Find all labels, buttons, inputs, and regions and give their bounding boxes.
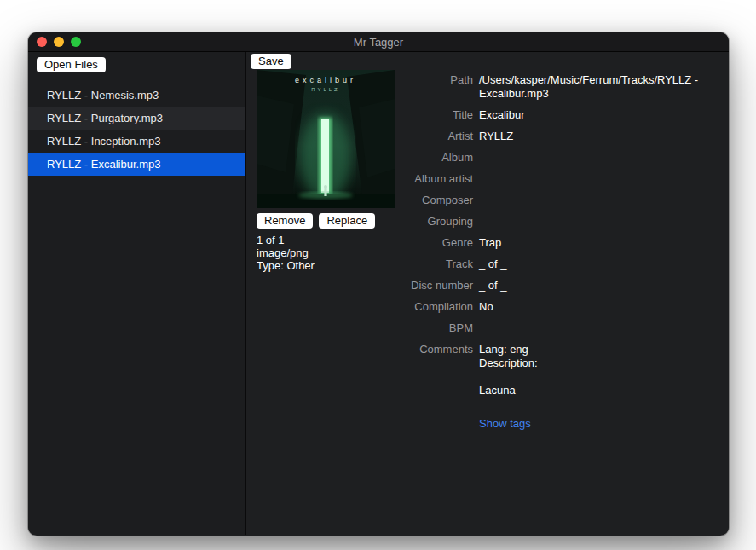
field-label: BPM [403, 321, 473, 335]
field-value-title[interactable]: Excalibur [479, 108, 729, 122]
sidebar: Open Files RYLLZ - Nemesis.mp3 RYLLZ - P… [28, 52, 246, 535]
field-value-genre[interactable]: Trap [479, 236, 729, 250]
field-label: Composer [403, 194, 473, 207]
field-label: Path [403, 73, 473, 87]
file-list-item-selected[interactable]: RYLLZ - Excalibur.mp3 [28, 153, 245, 176]
field-label: Title [403, 108, 473, 122]
field-row-album-artist: Album artist [403, 172, 729, 186]
artwork-subtitle-text: RYLLZ [257, 87, 395, 92]
field-row-artist: Artist RYLLZ [403, 130, 729, 143]
field-row-composer: Composer [403, 194, 729, 207]
remove-artwork-button[interactable]: Remove [257, 213, 313, 229]
field-row-genre: Genre Trap [403, 236, 729, 250]
field-row-title: Title Excalibur [403, 108, 729, 122]
app-window: Mr Tagger Open Files RYLLZ - Nemesis.mp3… [28, 32, 729, 536]
field-row-comments: Comments Lang: eng Description: Lacuna [403, 343, 729, 397]
open-files-button[interactable]: Open Files [37, 57, 106, 72]
artwork-mime-type: image/png [257, 246, 403, 259]
field-value-track[interactable]: _ of _ [479, 258, 729, 271]
file-list-item[interactable]: RYLLZ - Inception.mp3 [28, 130, 245, 153]
artwork-meta: 1 of 1 image/png Type: Other [257, 234, 403, 272]
field-label: Track [403, 258, 473, 271]
close-window-button[interactable] [37, 37, 47, 47]
main-panel: Save [246, 52, 729, 535]
save-button[interactable]: Save [251, 54, 291, 69]
file-list-item[interactable]: RYLLZ - Nemesis.mp3 [28, 84, 245, 107]
field-label: Genre [403, 236, 473, 250]
show-tags-link[interactable]: Show tags [479, 417, 531, 430]
traffic-lights [37, 32, 81, 51]
field-label: Grouping [403, 215, 473, 229]
field-label: Compilation [403, 300, 473, 314]
field-label: Album artist [403, 172, 473, 186]
field-label: Comments [403, 343, 473, 356]
field-value-artist[interactable]: RYLLZ [479, 130, 729, 143]
artwork-index: 1 of 1 [257, 234, 403, 246]
window-title: Mr Tagger [354, 36, 403, 49]
field-label: Artist [403, 130, 473, 143]
field-value-disc-number[interactable]: _ of _ [479, 279, 729, 292]
zoom-window-button[interactable] [71, 37, 81, 47]
field-row-album: Album [403, 151, 729, 165]
field-row-disc-number: Disc number _ of _ [403, 279, 729, 292]
file-list-item[interactable]: RYLLZ - Purgatory.mp3 [28, 107, 245, 130]
field-label: Album [403, 151, 473, 165]
field-row-bpm: BPM [403, 321, 729, 335]
artwork-column: excalibur RYLLZ Remove Replace 1 of 1 im… [257, 70, 403, 535]
field-value-compilation[interactable]: No [479, 300, 729, 314]
field-label: Disc number [403, 279, 473, 292]
field-value-comments[interactable]: Lang: eng Description: Lacuna [479, 343, 729, 397]
file-list: RYLLZ - Nemesis.mp3 RYLLZ - Purgatory.mp… [28, 84, 245, 176]
tag-form: Path /Users/kasper/Music/Ferrum/Tracks/R… [403, 70, 729, 535]
titlebar: Mr Tagger [28, 32, 729, 52]
field-row-track: Track _ of _ [403, 258, 729, 271]
minimize-window-button[interactable] [54, 37, 64, 47]
field-row-grouping: Grouping [403, 215, 729, 229]
field-value-path[interactable]: /Users/kasper/Music/Ferrum/Tracks/RYLLZ … [479, 73, 729, 101]
field-row-compilation: Compilation No [403, 300, 729, 314]
artwork-title-text: excalibur [257, 76, 395, 84]
replace-artwork-button[interactable]: Replace [319, 213, 375, 229]
artwork-type: Type: Other [257, 259, 403, 272]
album-artwork: excalibur RYLLZ [257, 70, 395, 208]
field-row-path: Path /Users/kasper/Music/Ferrum/Tracks/R… [403, 73, 729, 101]
